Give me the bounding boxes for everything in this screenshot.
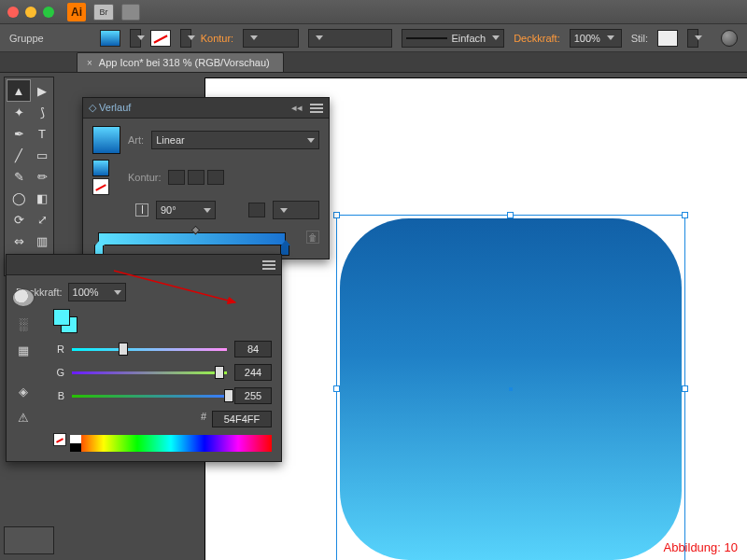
panel-collapse-icon[interactable]: ◂◂: [291, 102, 303, 114]
opacity-field[interactable]: 100%: [570, 29, 622, 48]
delete-stop-icon[interactable]: 🗑: [306, 231, 319, 244]
gradient-stroke-label: Kontur:: [128, 172, 161, 183]
color-guide-icon[interactable]: ░: [12, 315, 35, 333]
stroke-align-along-icon[interactable]: [188, 170, 204, 185]
aspect-ratio-field[interactable]: [273, 201, 319, 219]
resize-handle[interactable]: [682, 385, 688, 392]
center-point: [509, 387, 513, 391]
document-setup-icon[interactable]: [721, 30, 738, 47]
selected-object[interactable]: [336, 215, 685, 560]
gradient-panel[interactable]: ◇ Verlauf ◂◂ Art: Linear Kontur:: [82, 97, 330, 259]
gradient-ramp[interactable]: [98, 232, 286, 245]
scale-tool[interactable]: ⤢: [31, 209, 53, 230]
gradient-panel-title: Verlauf: [99, 102, 131, 113]
pencil-tool[interactable]: ✏: [31, 166, 53, 187]
resize-handle[interactable]: [333, 212, 340, 218]
tools-panel: ▲ ▶ ✦ ⟆ ✒ T ╱ ▭ ✎ ✏ ◯ ◧ ⟳ ⤢ ⇔ ▥ ⬚ ▦: [4, 77, 54, 276]
window-controls: [7, 7, 54, 18]
line-segment-tool[interactable]: ╱: [7, 145, 30, 165]
control-bar: Gruppe Kontur: Einfach Deckkraft: 100% S…: [0, 24, 747, 52]
gradient-panel-header[interactable]: ◇ Verlauf ◂◂: [83, 98, 329, 119]
graphic-style-dropdown[interactable]: [687, 29, 698, 48]
graphic-style-swatch[interactable]: [657, 30, 678, 47]
gradient-type-label: Art:: [128, 134, 144, 146]
eraser-tool[interactable]: ◧: [31, 188, 53, 208]
document-tab[interactable]: × App Icon* bei 318 % (RGB/Vorschau): [77, 52, 284, 72]
color-panel-dock: ░ ▦ ◈ ⚠: [12, 288, 38, 434]
magic-wand-tool[interactable]: ✦: [7, 102, 30, 122]
resize-handle[interactable]: [333, 385, 340, 392]
pen-tool[interactable]: ✒: [7, 123, 30, 144]
stroke-align-across-icon[interactable]: [207, 170, 224, 185]
aspect-ratio-icon[interactable]: [248, 203, 265, 217]
stroke-swatch[interactable]: [150, 30, 171, 47]
close-window-button[interactable]: [7, 7, 19, 18]
opacity-label: Deckkraft:: [514, 33, 560, 44]
blob-brush-tool[interactable]: ◯: [7, 188, 30, 208]
rotate-tool[interactable]: ⟳: [7, 209, 30, 230]
out-of-gamut-icon: ⚠: [12, 408, 35, 427]
resize-handle[interactable]: [507, 212, 514, 218]
panel-menu-icon[interactable]: [310, 104, 323, 113]
color-spectrum[interactable]: [70, 435, 272, 452]
app-logo: Ai: [67, 3, 86, 21]
stroke-align-within-icon[interactable]: [168, 170, 185, 185]
gradient-angle-field[interactable]: 90°: [156, 201, 216, 219]
fill-proxy[interactable]: [53, 309, 70, 326]
angle-icon: [135, 203, 148, 217]
channel-g-value[interactable]: 244: [234, 364, 272, 381]
selection-type-label: Gruppe: [9, 33, 44, 44]
color-palette-icon[interactable]: [12, 288, 35, 307]
stop-opacity-field[interactable]: 100%: [68, 283, 126, 301]
resize-handle[interactable]: [682, 212, 688, 218]
stroke-dropdown[interactable]: [180, 29, 191, 48]
bounding-box: [336, 215, 685, 560]
arrange-documents-icon[interactable]: [121, 4, 140, 21]
brush-label: Einfach: [451, 33, 486, 44]
lasso-tool[interactable]: ⟆: [31, 102, 53, 122]
hex-prefix: #: [201, 411, 206, 427]
figure-caption: Abbildung: 10: [663, 540, 738, 554]
free-transform-tool[interactable]: ▥: [31, 231, 53, 251]
rectangle-tool[interactable]: ▭: [31, 145, 53, 165]
channel-g-slider[interactable]: [72, 368, 227, 377]
gradient-fill-preview[interactable]: [92, 126, 120, 154]
cube-icon[interactable]: ◈: [12, 382, 35, 400]
brush-definition[interactable]: Einfach: [402, 29, 504, 48]
channel-r-slider[interactable]: [72, 344, 227, 354]
gradient-midpoint[interactable]: [190, 226, 200, 235]
document-tab-bar: × App Icon* bei 318 % (RGB/Vorschau): [0, 52, 747, 73]
paintbrush-tool[interactable]: ✎: [7, 166, 30, 187]
channel-b-value[interactable]: 255: [234, 387, 272, 404]
gradient-type-dropdown[interactable]: Linear: [151, 131, 319, 149]
style-label: Stil:: [631, 33, 648, 44]
channel-r-label: R: [53, 343, 64, 355]
zoom-window-button[interactable]: [43, 7, 54, 18]
hex-field[interactable]: 54F4FF: [212, 411, 272, 427]
swatches-icon[interactable]: ▦: [12, 341, 35, 359]
tab-close-icon[interactable]: ×: [87, 58, 92, 68]
gradient-stroke-preview[interactable]: [92, 160, 109, 176]
gradient-none-swatch[interactable]: [92, 178, 109, 195]
variable-width-profile[interactable]: [308, 29, 392, 48]
channel-r-value[interactable]: 84: [234, 341, 272, 357]
color-panel[interactable]: Deckkraft: 100% ░ ▦ ◈ ⚠ R 84: [6, 254, 282, 462]
channel-g-label: G: [53, 367, 64, 378]
tools-panel-footer: [4, 526, 54, 554]
selection-tool[interactable]: ▲: [7, 80, 30, 101]
minimize-window-button[interactable]: [25, 7, 36, 18]
bridge-icon[interactable]: Br: [93, 4, 114, 21]
direct-selection-tool[interactable]: ▶: [31, 80, 53, 101]
fill-swatch[interactable]: [100, 30, 120, 47]
width-tool[interactable]: ⇔: [7, 231, 30, 251]
fill-stroke-proxy[interactable]: [53, 309, 78, 333]
color-panel-header[interactable]: [7, 255, 281, 275]
stroke-weight-field[interactable]: [243, 29, 299, 48]
fill-dropdown[interactable]: [130, 29, 141, 48]
window-titlebar: Ai Br: [0, 0, 747, 24]
panel-menu-icon[interactable]: [262, 260, 275, 270]
type-tool[interactable]: T: [31, 123, 53, 144]
none-swatch-icon[interactable]: [53, 433, 66, 446]
channel-b-slider[interactable]: [72, 391, 227, 400]
stroke-weight-label: Kontur:: [201, 33, 233, 44]
